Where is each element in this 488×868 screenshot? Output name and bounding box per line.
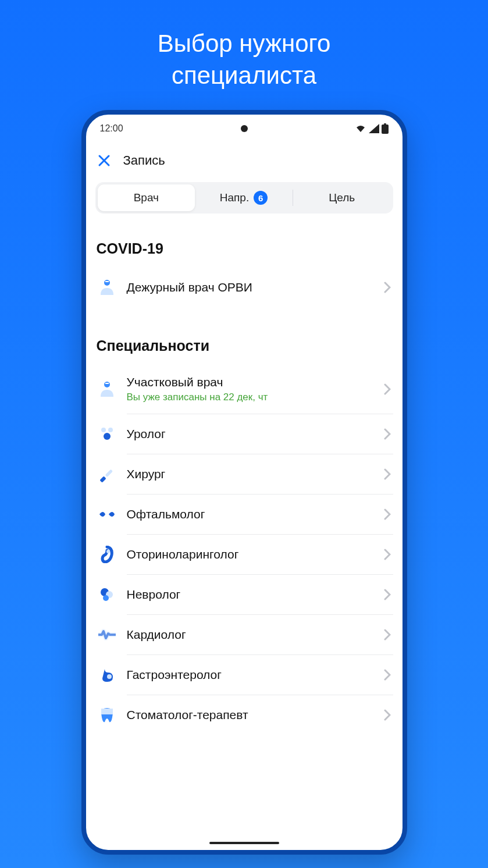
list-item-district-doctor[interactable]: Участковый врач Вы уже записаны на 22 де… (95, 365, 393, 414)
promo-title: Выбор нужного специалиста (158, 28, 331, 91)
chevron-right-icon (384, 282, 391, 293)
list-item-surgeon[interactable]: Хирург (95, 454, 393, 494)
svg-point-17 (107, 674, 112, 679)
eye-icon (98, 505, 116, 524)
tab-goal[interactable]: Цель (293, 184, 391, 211)
list-item-urologist[interactable]: Уролог (95, 414, 393, 454)
chevron-right-icon (384, 589, 391, 600)
neuro-icon (98, 585, 116, 604)
close-icon[interactable] (98, 154, 111, 167)
svg-point-8 (101, 428, 106, 432)
svg-point-4 (104, 280, 110, 286)
list-item-neurologist[interactable]: Невролог (95, 575, 393, 614)
page-title: Запись (123, 153, 165, 168)
tooth-icon (98, 706, 116, 724)
tab-referral-badge: 6 (254, 191, 268, 205)
svg-rect-7 (105, 383, 109, 384)
promo-title-line2: специалиста (172, 62, 316, 89)
list-item-title: Оториноларинголог (127, 547, 373, 561)
camera-dot (241, 125, 248, 132)
cardio-icon (98, 625, 116, 644)
list-item-ent[interactable]: Оториноларинголог (95, 535, 393, 574)
app-header: Запись (86, 143, 402, 180)
svg-point-16 (103, 595, 109, 601)
svg-rect-18 (101, 709, 113, 714)
svg-rect-11 (99, 476, 106, 483)
chevron-right-icon (384, 709, 391, 721)
tab-doctor-label: Врач (134, 191, 159, 204)
doctor-icon (98, 380, 116, 399)
list-item-title: Кардиолог (127, 628, 373, 642)
section-covid-title: COVID-19 (95, 240, 393, 257)
scalpel-icon (98, 465, 116, 483)
tab-referral-label: Напр. (220, 191, 249, 204)
home-indicator[interactable] (209, 842, 279, 844)
list-item-gastroenterologist[interactable]: Гастроэнтеролог (95, 655, 393, 695)
chevron-right-icon (384, 428, 391, 440)
list-item-cardiologist[interactable]: Кардиолог (95, 615, 393, 654)
list-item-covid-doctor[interactable]: Дежурный врач ОРВИ (95, 268, 393, 307)
list-item-ophthalmologist[interactable]: Офтальмолог (95, 495, 393, 534)
section-specialties-title: Специальности (95, 337, 393, 354)
phone-frame: 12:00 Запись Врач Напр. 6 Цель COVID-19 (81, 110, 407, 855)
svg-rect-1 (382, 124, 389, 134)
svg-rect-0 (384, 123, 386, 124)
status-time: 12:00 (100, 123, 123, 134)
list-item-title: Участковый врач (127, 375, 373, 389)
tab-referral[interactable]: Напр. 6 (195, 184, 293, 211)
wifi-icon (355, 124, 366, 133)
list-item-dentist[interactable]: Стоматолог-терапевт (95, 695, 393, 735)
list-item-title: Гастроэнтеролог (127, 668, 373, 682)
tabs-container: Врач Напр. 6 Цель (95, 182, 393, 214)
svg-point-6 (104, 382, 110, 387)
doctor-icon (98, 278, 116, 297)
urology-icon (98, 425, 116, 443)
svg-rect-5 (105, 281, 109, 282)
ear-icon (98, 545, 116, 564)
promo-title-line1: Выбор нужного (158, 30, 331, 57)
tab-goal-label: Цель (329, 191, 355, 204)
tab-doctor[interactable]: Врач (98, 184, 195, 211)
gastro-icon (98, 666, 116, 684)
list-item-title: Дежурный врач ОРВИ (127, 280, 373, 294)
list-item-title: Уролог (127, 427, 373, 441)
list-item-title: Офтальмолог (127, 507, 373, 521)
svg-point-9 (108, 428, 113, 432)
list-item-title: Стоматолог-терапевт (127, 708, 373, 722)
svg-point-13 (106, 550, 110, 553)
chevron-right-icon (384, 549, 391, 560)
list-item-title: Невролог (127, 588, 373, 602)
status-bar: 12:00 (86, 115, 402, 143)
chevron-right-icon (384, 383, 391, 395)
chevron-right-icon (384, 669, 391, 681)
content-scroll[interactable]: COVID-19 Дежурный врач ОРВИ Специальност… (86, 227, 402, 848)
svg-rect-12 (105, 469, 112, 477)
svg-point-10 (104, 433, 111, 440)
signal-icon (369, 124, 379, 133)
status-icons (355, 123, 389, 134)
list-item-title: Хирург (127, 467, 373, 481)
chevron-right-icon (384, 468, 391, 480)
chevron-right-icon (384, 508, 391, 520)
battery-icon (382, 123, 389, 134)
list-item-subtitle: Вы уже записаны на 22 дек, чт (127, 392, 373, 403)
chevron-right-icon (384, 629, 391, 641)
